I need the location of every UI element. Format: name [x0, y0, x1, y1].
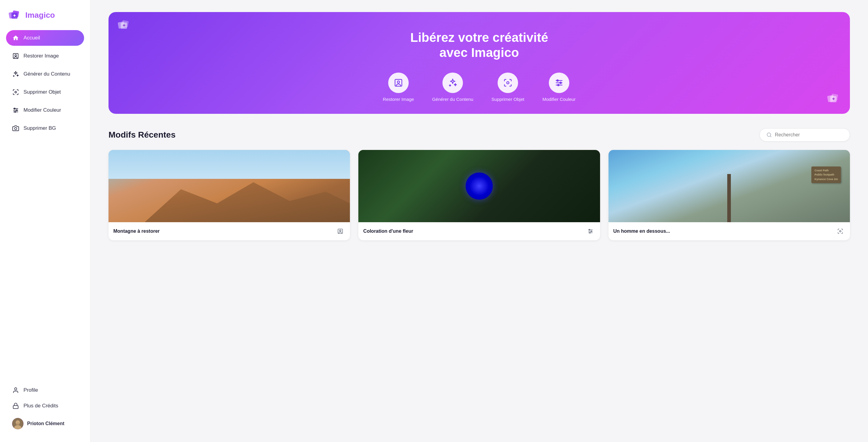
svg-text:✦: ✦ — [122, 23, 126, 28]
sign-post — [727, 174, 731, 222]
sidebar-label-accueil: Accueil — [24, 35, 40, 41]
sidebar-item-restorer-image[interactable]: Restorer Image — [6, 48, 84, 64]
sidebar-item-generer-contenu[interactable]: Générer du Contenu — [6, 66, 84, 82]
logo-area: ✦ Imagico — [6, 8, 84, 22]
sparkles-icon — [12, 70, 19, 78]
svg-point-11 — [16, 110, 18, 111]
search-icon — [767, 132, 772, 138]
section-header: Modifs Récentes — [108, 128, 850, 141]
card-action-fleur[interactable] — [586, 227, 595, 236]
card-montagne[interactable]: Montagne à restorer — [108, 150, 350, 240]
svg-rect-15 — [13, 406, 19, 409]
app-logo-icon: ✦ — [8, 8, 22, 22]
section-title: Modifs Récentes — [108, 130, 176, 140]
card-footer-fleur: Coloration d'une fleur — [358, 222, 600, 240]
svg-point-5 — [15, 55, 17, 56]
card-action-montagne[interactable] — [336, 227, 345, 236]
hero-restorer-label: Restorer Image — [383, 97, 414, 102]
card-title-signe: Un homme en dessous... — [613, 229, 670, 234]
svg-point-47 — [839, 230, 841, 232]
card-title-fleur: Coloration d'une fleur — [363, 229, 413, 234]
sidebar-item-accueil[interactable]: Accueil — [6, 30, 84, 46]
card-image-flower — [358, 150, 600, 222]
sidebar-item-modifier-couleur[interactable]: Modifier Couleur — [6, 102, 84, 118]
lock-icon — [12, 402, 19, 409]
hero-modifier-couleur-label: Modifier Couleur — [542, 97, 576, 102]
hero-logo-top-left: ✦ — [118, 18, 131, 34]
hero-feature-modifier-couleur[interactable]: Modifier Couleur — [542, 73, 576, 102]
card-footer-montagne: Montagne à restorer — [108, 222, 350, 240]
hero-supprimer-objet-label: Supprimer Objet — [491, 97, 524, 102]
sidebar-label-profile: Profile — [24, 387, 38, 393]
user-name: Prioton Clément — [27, 421, 64, 426]
svg-text:✦: ✦ — [832, 97, 835, 101]
card-fleur[interactable]: Coloration d'une fleur — [358, 150, 600, 240]
sidebar-bottom: Profile Plus de Crédits P — [6, 382, 84, 434]
svg-point-10 — [14, 108, 16, 109]
svg-point-6 — [15, 91, 17, 93]
hero-feature-supprimer-objet[interactable]: Supprimer Objet — [491, 73, 524, 102]
svg-point-45 — [591, 231, 592, 232]
svg-point-26 — [507, 81, 509, 84]
card-footer-signe: Un homme en dessous... — [609, 222, 850, 240]
sidebar-item-supprimer-objet[interactable]: Supprimer Objet — [6, 84, 84, 100]
hero-generer-label: Générer du Contenu — [432, 97, 473, 102]
sidebar-label-plus-credits: Plus de Crédits — [24, 403, 58, 409]
svg-point-19 — [16, 422, 20, 426]
hero-features: Restorer Image Générer du Contenu S — [121, 73, 838, 102]
app-name: Imagico — [25, 10, 55, 20]
camera-icon — [12, 125, 19, 132]
cards-grid: Montagne à restorer Coloration d'une fle… — [108, 150, 850, 240]
recent-section: Modifs Récentes Montagne à restorer — [108, 128, 850, 240]
sidebar-label-supprimer-bg: Supprimer BG — [24, 125, 56, 131]
sign-board: Coast PathPublic footpathKynance Cove 2m — [811, 167, 841, 183]
scan-icon — [12, 89, 19, 96]
sidebar-item-plus-credits[interactable]: Plus de Crédits — [6, 398, 84, 414]
svg-point-40 — [340, 230, 341, 232]
svg-point-44 — [589, 229, 590, 230]
flower-decoration — [466, 172, 493, 200]
hero-feature-restorer-image[interactable]: Restorer Image — [383, 73, 414, 102]
portrait-icon — [12, 53, 19, 60]
card-image-sign: Coast PathPublic footpathKynance Cove 2m — [609, 150, 850, 222]
svg-point-14 — [14, 388, 17, 390]
svg-line-38 — [770, 136, 771, 137]
hero-logo-bottom-right: ✦ — [827, 92, 841, 108]
svg-point-13 — [14, 127, 17, 130]
hero-scan-icon — [498, 73, 518, 93]
card-title-montagne: Montagne à restorer — [113, 229, 160, 234]
user-area[interactable]: Prioton Clément — [6, 414, 84, 434]
home-icon — [12, 34, 19, 41]
user-icon — [12, 386, 19, 394]
svg-point-32 — [558, 84, 559, 86]
svg-point-46 — [589, 232, 590, 233]
hero-restorer-icon — [388, 73, 409, 93]
sidebar-label-generer-contenu: Générer du Contenu — [24, 71, 70, 77]
card-signe[interactable]: Coast PathPublic footpathKynance Cove 2m… — [609, 150, 850, 240]
avatar — [12, 418, 24, 429]
sidebar-item-profile[interactable]: Profile — [6, 382, 84, 398]
sidebar-item-supprimer-bg[interactable]: Supprimer BG — [6, 121, 84, 136]
svg-point-12 — [14, 111, 16, 113]
card-action-signe[interactable] — [835, 227, 845, 236]
svg-point-25 — [397, 81, 400, 83]
sidebar-label-modifier-couleur: Modifier Couleur — [24, 107, 61, 113]
hero-feature-generer-contenu[interactable]: Générer du Contenu — [432, 73, 473, 102]
hero-title: Libérez votre créativité avec Imagico — [121, 30, 838, 61]
svg-point-30 — [557, 80, 558, 81]
search-input[interactable] — [775, 132, 843, 138]
sidebar-label-supprimer-objet: Supprimer Objet — [24, 89, 61, 95]
card-image-mountain — [108, 150, 350, 222]
hero-banner: ✦ Libérez votre créativité avec Imagico … — [108, 12, 850, 114]
hero-sparkles-icon — [442, 73, 463, 93]
sidebar: ✦ Imagico Accueil Restorer Image Générer… — [0, 0, 90, 442]
svg-text:✦: ✦ — [13, 13, 16, 18]
main-content: ✦ Libérez votre créativité avec Imagico … — [90, 0, 868, 442]
search-box[interactable] — [760, 128, 850, 141]
sidebar-label-restorer-image: Restorer Image — [24, 53, 59, 59]
svg-point-31 — [560, 82, 561, 83]
sliders-icon — [12, 107, 19, 114]
hero-sliders-icon — [549, 73, 569, 93]
